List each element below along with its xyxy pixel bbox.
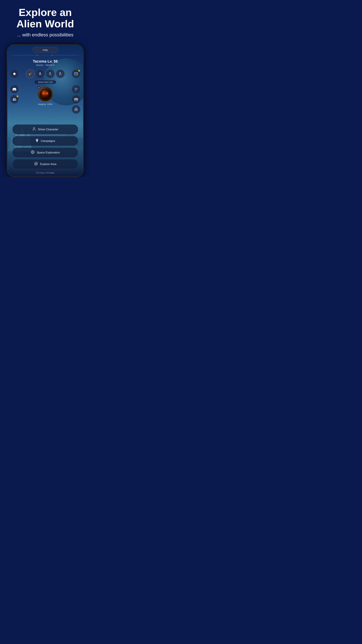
show-character-icon <box>32 127 36 132</box>
svg-marker-11 <box>51 54 52 56</box>
svg-rect-26 <box>75 109 77 111</box>
svg-point-20 <box>42 92 45 95</box>
phone-frame: Help Tacoma Lv. 55 Doctor - World 0 <box>7 44 84 177</box>
favorites-btn[interactable] <box>10 70 19 78</box>
item-set-4-btn[interactable]: 4 <box>56 70 65 78</box>
integrity-label: Integrity: 100% <box>38 103 53 106</box>
party-btn[interactable] <box>10 95 19 104</box>
swords-2-icon <box>74 88 78 91</box>
campaigns-icon <box>35 138 39 144</box>
explore-area-btn[interactable]: Explore Area <box>12 159 78 169</box>
svg-point-12 <box>40 72 41 74</box>
left-buttons <box>10 85 19 104</box>
item-set-label-container: Select Item Set <box>7 80 83 85</box>
rocket-icon <box>31 150 35 154</box>
explore-area-label: Explore Area <box>40 162 56 166</box>
top-bar: Help <box>7 45 83 53</box>
character-role: Doctor - World 0 <box>7 64 83 66</box>
show-character-btn[interactable]: Show Character <box>12 124 78 134</box>
avatar-image <box>39 88 51 100</box>
item-set-label-text: Select Item Set <box>34 80 56 84</box>
svg-point-21 <box>46 92 48 95</box>
svg-point-29 <box>76 108 76 108</box>
character-info: Tacoma Lv. 55 Doctor - World 0 <box>7 58 83 68</box>
pin-icon <box>35 138 39 142</box>
svg-point-33 <box>34 162 37 165</box>
party-icon <box>12 98 16 101</box>
hero-section: Explore an Alien World ... with endless … <box>0 0 90 41</box>
action-buttons: Show Character Campaigns <box>7 122 83 171</box>
svg-text:4: 4 <box>59 72 60 74</box>
avatar-area: 2 Integrity: 100% <box>19 85 72 106</box>
phone-wrapper: Help Tacoma Lv. 55 Doctor - World 0 <box>7 44 84 177</box>
space-exploration-btn[interactable]: Space Exploration <box>12 148 78 158</box>
svg-rect-27 <box>75 109 76 110</box>
mail-btn[interactable] <box>72 70 80 78</box>
star-icon <box>12 72 16 76</box>
icon-row: 2 3 4 <box>7 68 83 80</box>
svg-point-32 <box>32 152 33 153</box>
party-badge <box>16 96 18 97</box>
svg-point-16 <box>60 72 61 74</box>
deco-lines <box>7 53 83 58</box>
svg-point-14 <box>50 72 51 74</box>
compass-icon <box>34 162 38 166</box>
deco-lines-svg <box>13 54 77 56</box>
chest-icon <box>74 98 78 101</box>
hero-subtitle: ... with endless possibilities <box>7 32 84 38</box>
character-icon <box>32 127 36 131</box>
chest-btn[interactable] <box>72 95 80 104</box>
discord-btn[interactable] <box>10 85 19 94</box>
robot-icon <box>74 108 78 111</box>
bottom-resources: 275 Food, 275 Water <box>7 171 83 176</box>
space-exploration-label: Space Exploration <box>37 151 60 154</box>
swords-icon <box>28 72 32 76</box>
help-button[interactable]: Help <box>32 47 58 53</box>
svg-text:3: 3 <box>49 72 50 74</box>
avatar-container: 2 <box>38 86 53 102</box>
robot-btn[interactable] <box>72 105 80 114</box>
item-set-3-btn[interactable]: 3 <box>46 70 55 78</box>
figure-2-icon: 2 <box>38 72 42 76</box>
explore-area-icon <box>34 162 38 166</box>
phone-screen: Help Tacoma Lv. 55 Doctor - World 0 <box>7 45 83 176</box>
weapons-set-btn[interactable] <box>26 70 34 78</box>
right-buttons <box>72 85 80 114</box>
item-set-2-btn[interactable]: 2 <box>36 70 44 78</box>
campaigns-label: Campaigns <box>41 139 55 143</box>
svg-rect-28 <box>76 109 77 110</box>
figure-4-icon: 4 <box>58 72 62 76</box>
svg-marker-9 <box>37 54 38 56</box>
side-content: 2 Integrity: 100% <box>7 85 83 122</box>
battle-btn[interactable] <box>72 85 80 94</box>
space-exploration-icon <box>31 150 35 155</box>
campaigns-btn[interactable]: Campaigns <box>12 136 78 146</box>
hero-title: Explore an Alien World <box>7 7 84 30</box>
show-character-label: Show Character <box>38 128 58 131</box>
mail-badge <box>78 70 80 72</box>
discord-icon <box>12 88 16 91</box>
mail-icon <box>74 72 78 75</box>
character-name: Tacoma Lv. 55 <box>7 59 83 64</box>
figure-3-icon: 3 <box>48 72 52 76</box>
svg-text:2: 2 <box>39 72 40 74</box>
